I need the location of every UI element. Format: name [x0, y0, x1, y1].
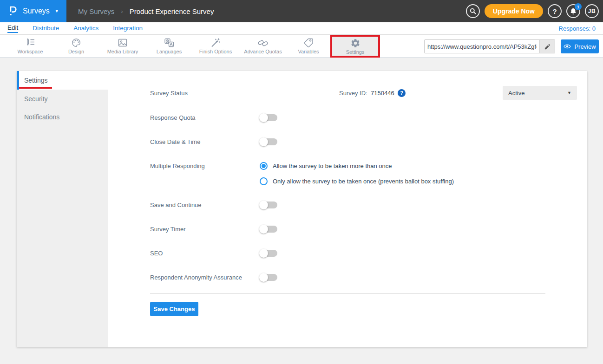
seo-row: SEO [17, 246, 587, 260]
survey-id-value: 7150446 [371, 90, 394, 97]
toggle-knob [259, 225, 268, 234]
anonymity-row: Respondent Anonymity Assurance [17, 270, 587, 284]
save-changes-button[interactable]: Save Changes [150, 302, 198, 316]
seo-label: SEO [150, 250, 260, 257]
toggle-knob [259, 137, 268, 146]
pencil-icon [544, 43, 551, 50]
toolbar-label: Languages [157, 49, 182, 54]
close-date-label: Close Date & Time [150, 138, 260, 145]
toolbar-label: Variables [298, 49, 319, 54]
survey-timer-toggle[interactable] [260, 226, 277, 233]
survey-status-row: Survey Status Active ▼ Survey ID: 715044… [17, 86, 587, 100]
radio-selected-icon [260, 162, 268, 170]
upgrade-now-button[interactable]: Upgrade Now [485, 4, 543, 18]
responses-count: Responses: 0 [559, 25, 596, 32]
advance-quotas-icon [257, 38, 269, 48]
edit-url-button[interactable] [539, 40, 555, 53]
variables-tag-icon [303, 38, 314, 48]
tab-edit[interactable]: Edit [7, 24, 18, 33]
breadcrumb: My Surveys › Product Experience Survey [78, 7, 214, 15]
anonymity-label: Respondent Anonymity Assurance [150, 274, 260, 281]
save-and-continue-label: Save and Continue [150, 202, 260, 208]
survey-status-value: Active [508, 90, 524, 97]
tab-analytics[interactable]: Analytics [73, 25, 98, 32]
settings-gear-icon [350, 38, 361, 48]
toolbar-item-finish-options[interactable]: Finish Options [193, 35, 238, 57]
toggle-knob [259, 201, 268, 209]
settings-highlight-box: Settings [330, 35, 380, 58]
response-quota-row: Response Quota [17, 110, 587, 124]
survey-nav: Edit Distribute Analytics Integration Re… [0, 22, 603, 35]
seo-toggle[interactable] [260, 250, 277, 257]
breadcrumb-my-surveys[interactable]: My Surveys [78, 7, 114, 15]
media-library-icon [117, 38, 128, 48]
radio-option-label: Only allow the survey to be taken once (… [273, 178, 454, 185]
toolbar-item-media-library[interactable]: Media Library [100, 35, 145, 57]
survey-status-select[interactable]: Active ▼ [503, 86, 577, 100]
top-header: Surveys ▼ My Surveys › Product Experienc… [0, 0, 603, 22]
survey-timer-label: Survey Timer [150, 226, 260, 233]
settings-card: Settings Security Notifications Survey S… [17, 71, 587, 347]
toolbar-label: Advance Quotas [244, 49, 282, 54]
tab-integration[interactable]: Integration [113, 25, 143, 32]
finish-options-icon [210, 38, 221, 48]
workspace-icon [25, 38, 36, 48]
toolbar-item-settings[interactable]: Settings [332, 37, 378, 56]
header-actions: Upgrade Now ? 1 JB [466, 4, 603, 18]
tab-distribute[interactable]: Distribute [33, 25, 59, 32]
languages-icon [164, 38, 175, 48]
design-palette-icon [71, 38, 82, 48]
user-avatar[interactable]: JB [585, 4, 599, 18]
chevron-down-icon: ▼ [567, 91, 571, 95]
toolbar-label: Workspace [18, 49, 43, 54]
toolbar-label: Media Library [107, 49, 138, 54]
radio-option-once-only[interactable]: Only allow the survey to be taken once (… [260, 174, 454, 188]
toolbar-item-workspace[interactable]: Workspace [8, 35, 52, 57]
toolbar-item-languages[interactable]: Languages [147, 35, 191, 57]
notifications-button[interactable]: 1 [566, 4, 580, 18]
preview-label: Preview [574, 43, 596, 50]
survey-timer-row: Survey Timer [17, 222, 587, 236]
questionpro-logo [7, 5, 19, 17]
survey-id-help-icon[interactable]: ? [398, 89, 406, 97]
anonymity-toggle[interactable] [260, 274, 277, 281]
toolbar-item-advance-quotas[interactable]: Advance Quotas [241, 35, 285, 57]
toolbar-label: Settings [346, 49, 365, 55]
breadcrumb-separator: › [121, 8, 123, 15]
radio-option-multiple-allowed[interactable]: Allow the survey to be taken more than o… [260, 159, 392, 173]
survey-url-group [424, 39, 555, 53]
survey-id-label: Survey ID: [339, 90, 367, 97]
main-content: Settings Security Notifications Survey S… [0, 58, 603, 364]
search-icon [469, 7, 477, 15]
toggle-knob [259, 249, 268, 258]
notification-badge: 1 [575, 3, 582, 10]
sidebar-item-label: Settings [24, 77, 48, 84]
toolbar-item-variables[interactable]: Variables [286, 35, 331, 57]
survey-url-input[interactable] [425, 40, 539, 53]
multiple-responding-label: Multiple Responding [150, 162, 260, 169]
chevron-down-icon: ▼ [55, 9, 59, 13]
sidebar-list: Security Notifications [17, 90, 108, 347]
product-name: Surveys [23, 7, 50, 15]
eye-icon [564, 44, 571, 49]
radio-unselected-icon [260, 177, 268, 185]
toggle-knob [259, 113, 268, 122]
help-button[interactable]: ? [548, 4, 562, 18]
page-title: Product Experience Survey [130, 7, 214, 15]
preview-button[interactable]: Preview [561, 39, 599, 53]
edit-toolbar: Workspace Design Media Library Languages [0, 35, 603, 58]
question-mark-icon: ? [552, 7, 557, 15]
save-and-continue-row: Save and Continue [17, 198, 587, 212]
search-button[interactable] [466, 4, 480, 18]
save-and-continue-toggle[interactable] [260, 202, 277, 208]
toolbar-item-design[interactable]: Design [54, 35, 98, 57]
close-date-row: Close Date & Time [17, 135, 587, 149]
product-switcher[interactable]: Surveys ▼ [0, 0, 66, 22]
toolbar-label: Finish Options [199, 49, 232, 54]
response-quota-label: Response Quota [150, 114, 260, 121]
close-date-toggle[interactable] [260, 138, 277, 145]
response-quota-toggle[interactable] [260, 114, 277, 121]
toolbar-label: Design [68, 49, 84, 54]
form-divider [150, 293, 545, 294]
toggle-knob [259, 273, 268, 282]
